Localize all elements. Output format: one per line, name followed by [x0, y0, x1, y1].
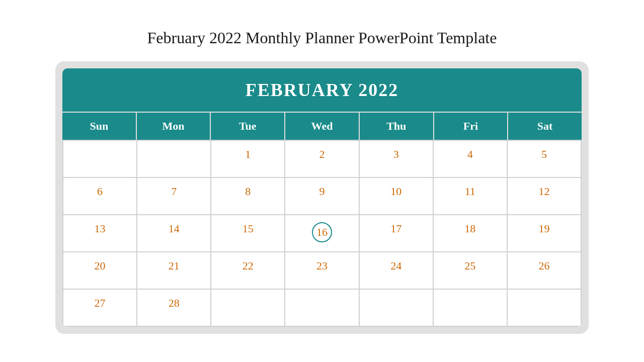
calendar-grid: SunMonTueWedThuFriSat 123456789101112131…	[62, 112, 582, 327]
calendar-cell	[434, 290, 507, 326]
calendar-cell	[211, 290, 284, 326]
calendar-body: 1234567891011121314151617181920212223242…	[62, 140, 582, 327]
calendar-cell	[508, 290, 581, 326]
calendar-cell: 3	[360, 141, 433, 177]
calendar-cell: 14	[137, 215, 210, 251]
calendar-cell: 24	[360, 252, 433, 289]
calendar-cell: 13	[63, 215, 136, 251]
calendar-cell: 25	[434, 252, 507, 289]
calendar-cell: 23	[285, 252, 358, 289]
calendar-month-year: FEBRUARY 2022	[246, 80, 398, 100]
calendar-cell: 15	[211, 215, 284, 251]
day-header-fri: Fri	[434, 113, 508, 140]
calendar-cell: 18	[434, 215, 507, 251]
calendar-cell	[137, 141, 210, 177]
calendar-header: FEBRUARY 2022	[62, 68, 582, 112]
day-header-mon: Mon	[137, 113, 210, 140]
calendar-cell: 6	[63, 178, 136, 214]
highlighted-date: 16	[312, 222, 332, 242]
calendar-cell: 20	[63, 252, 136, 289]
calendar-cell: 9	[285, 178, 358, 214]
day-header-wed: Wed	[285, 113, 359, 140]
calendar-cell: 12	[508, 178, 581, 214]
calendar-cell: 4	[434, 141, 507, 177]
calendar-cell: 22	[211, 252, 284, 289]
day-header-sun: Sun	[62, 113, 136, 140]
calendar-cell: 7	[137, 178, 210, 214]
calendar-cell	[360, 290, 433, 326]
day-header-sat: Sat	[508, 113, 582, 140]
calendar-cell: 19	[508, 215, 581, 251]
calendar-cell: 8	[211, 178, 284, 214]
calendar-cell: 5	[508, 141, 581, 177]
calendar-cell: 11	[434, 178, 507, 214]
day-header-tue: Tue	[211, 113, 284, 140]
calendar-cell: 27	[63, 290, 136, 326]
calendar-cell	[63, 141, 136, 177]
calendar-cell	[285, 290, 358, 326]
calendar-cell: 17	[360, 215, 433, 251]
calendar-cell: 10	[360, 178, 433, 214]
calendar-cell: 16	[285, 215, 358, 251]
calendar-cell: 26	[508, 252, 581, 289]
calendar-cell: 1	[211, 141, 284, 177]
day-headers-row: SunMonTueWedThuFriSat	[62, 112, 582, 140]
calendar-cell: 2	[285, 141, 358, 177]
day-header-thu: Thu	[360, 113, 433, 140]
calendar-wrapper: FEBRUARY 2022 SunMonTueWedThuFriSat 1234…	[55, 61, 589, 334]
page-title: February 2022 Monthly Planner PowerPoint…	[147, 29, 497, 47]
calendar-cell: 21	[137, 252, 210, 289]
calendar-cell: 28	[137, 290, 210, 326]
